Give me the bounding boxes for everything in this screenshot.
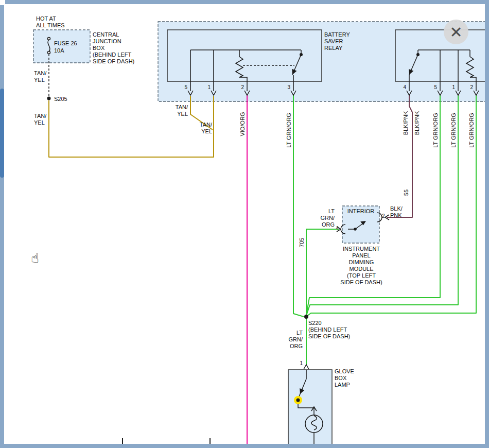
wire-label-blk-pnk-stack: BLK/ PNK [390, 205, 403, 219]
circuit-705-label: 705 [299, 238, 305, 247]
cursor-pointer-icon: ☝ [31, 250, 39, 266]
relay-pin-left-3: 2 [237, 84, 244, 90]
relay-pin-left-1: 5 [180, 84, 187, 90]
glove-box-lamp-label: GLOVE BOX LAMP [335, 368, 354, 388]
relay-pin-right-2: 5 [430, 84, 437, 90]
wire-grn-pin3 [293, 95, 304, 317]
s220-label: S220 [308, 320, 322, 326]
left-scrollbar-thumb[interactable] [0, 89, 4, 178]
wires [49, 95, 476, 444]
hot-label: HOT AT ALL TIMES [36, 15, 65, 29]
close-icon: ✕ [449, 23, 462, 41]
lamp-pin-1-label: 1 [295, 360, 303, 366]
close-button[interactable]: ✕ [444, 20, 468, 44]
switch-contact-dot [296, 399, 300, 402]
s205-splice-dot [47, 97, 51, 100]
wire-label-blk-pnk-2: BLK/PNK [414, 111, 420, 135]
interior-module-title: INTERIOR [342, 208, 379, 215]
fuse-terminal [48, 38, 50, 40]
relay-pin-right-4: 2 [466, 84, 473, 90]
wire-label-grn-3: LT GRN/ORG [450, 113, 457, 147]
wire-label-vio-org: VIO/ORG [239, 112, 246, 136]
module-switch-pivot [354, 228, 357, 231]
relay-pin-left-4: 3 [283, 84, 290, 90]
s220-desc: (BEHIND LEFT SIDE OF DASH) [308, 326, 350, 340]
wire-label-tan-yel-1: TAN/ YEL [34, 70, 46, 83]
viewer-window: HOT AT ALL TIMES FUSE 26 10A CENTRAL JUN… [0, 0, 489, 448]
relay-pin-right-3: 1 [448, 84, 455, 90]
wire-grn-705 [306, 229, 339, 315]
wire-label-grn-4: LT GRN/ORG [468, 113, 475, 147]
wire-label-grn-2: LT GRN/ORG [432, 113, 439, 147]
wire-label-grn-1: LT GRN/ORG [286, 113, 292, 147]
diagram-layer: HOT AT ALL TIMES FUSE 26 10A CENTRAL JUN… [4, 4, 485, 444]
relay-title: BATTERY SAVER RELAY [324, 31, 350, 51]
module-pin-4: 4 [331, 226, 339, 231]
wire-label-tan-yel-2: TAN/ YEL [34, 113, 46, 126]
module-pin-2: 2 [382, 213, 389, 219]
ipdm-label: INSTRUMENT PANEL DIMMING MODULE (TOP LEF… [336, 246, 387, 286]
wire-label-tan-yel-3: TAN/ YEL [167, 104, 188, 117]
lamp-pin-arrow [304, 365, 309, 369]
fuse-name-label: FUSE 26 [54, 40, 77, 47]
component-boxes [33, 22, 485, 444]
wiring-diagram-svg [4, 4, 485, 444]
glove-box-lamp-box [288, 370, 332, 444]
relay-pin-right-1: 4 [399, 84, 406, 90]
wire-label-blk-pnk-1: BLK/PNK [403, 111, 409, 135]
s205-label: S205 [54, 96, 67, 102]
fuse-terminal [48, 51, 50, 54]
cjb-label: CENTRAL JUNCTION BOX (BEHIND LEFT SIDE O… [93, 31, 134, 65]
fuse-rating-label: 10A [54, 47, 64, 54]
relay-pin-left-2: 1 [203, 84, 211, 90]
diagram-canvas: HOT AT ALL TIMES FUSE 26 10A CENTRAL JUN… [4, 4, 485, 444]
circuit-55-label: 55 [403, 189, 409, 196]
wire-label-grn-stack-2: LT GRN/ ORG [282, 330, 303, 350]
bottom-wire-stubs [123, 438, 210, 444]
wire-label-tan-yel-4: TAN/ YEL [191, 122, 212, 135]
s220-splice-dot [304, 315, 308, 319]
wire-tan-yel-main [49, 96, 214, 157]
